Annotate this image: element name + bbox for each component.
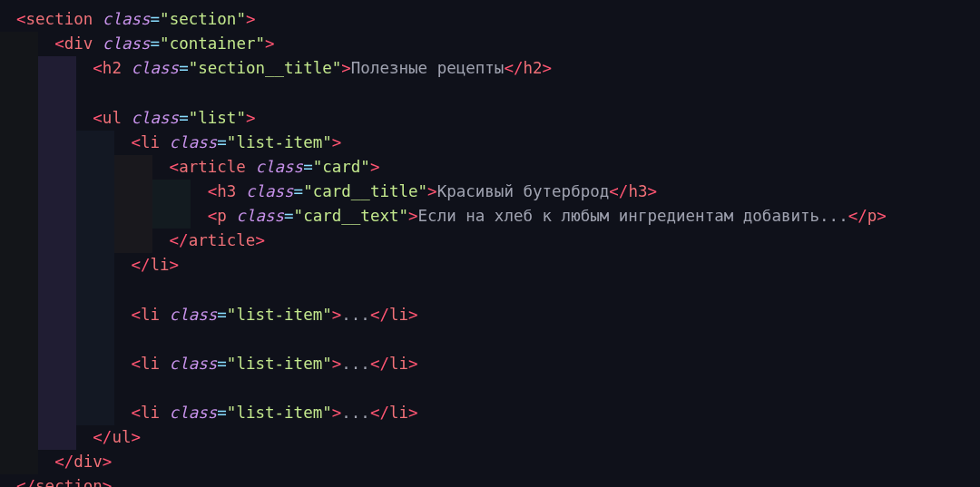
code-line[interactable] <box>0 278 980 302</box>
token-tag: li <box>141 133 160 151</box>
token-brk: </ <box>54 453 74 471</box>
code-line[interactable]: </li> <box>0 253 980 278</box>
token-tag: li <box>389 355 408 373</box>
code-content: <li class="list-item"> <box>0 133 341 151</box>
token-brk: </ <box>609 182 628 200</box>
code-line[interactable]: <h3 class="card__title">Красивый бутербр… <box>0 180 980 204</box>
code-line[interactable]: </ul> <box>0 425 980 450</box>
token-attr: class <box>131 59 179 77</box>
code-content: <h3 class="card__title">Красивый бутербр… <box>0 182 657 200</box>
token-attr: class <box>103 34 151 53</box>
token-brk: < <box>131 404 141 422</box>
token-str: "card__text" <box>294 207 408 225</box>
token-brk: > <box>246 10 256 28</box>
token-brk: < <box>131 355 141 373</box>
token-attr: class <box>170 404 218 422</box>
token-eq: = <box>284 207 294 225</box>
code-content: <li class="list-item">...</li> <box>0 355 418 373</box>
token-brk: > <box>103 477 113 487</box>
token-brk: < <box>131 306 141 324</box>
token-str: "container" <box>160 34 265 53</box>
code-line[interactable]: <ul class="list"> <box>0 106 980 131</box>
token-str: "list-item" <box>227 355 332 373</box>
token-str: "list-item" <box>227 133 332 151</box>
token-brk: < <box>16 10 26 28</box>
token-brk: </ <box>370 404 389 422</box>
code-line[interactable]: </section> <box>0 474 980 487</box>
token-brk: > <box>543 59 553 77</box>
code-content <box>0 330 26 348</box>
code-line[interactable]: <li class="list-item">...</li> <box>0 352 980 376</box>
code-line[interactable]: </article> <box>0 229 980 253</box>
token-brk: < <box>131 133 141 151</box>
code-line[interactable]: <div class="container"> <box>0 32 980 56</box>
token-tag: ul <box>112 428 131 446</box>
token-brk: > <box>332 355 342 373</box>
code-line[interactable]: <section class="section"> <box>0 7 980 32</box>
code-line[interactable] <box>0 327 980 352</box>
code-content: <h2 class="section__title">Полезные реце… <box>0 59 552 77</box>
token-str: "card__title" <box>303 182 427 200</box>
code-content: </div> <box>0 453 112 471</box>
code-line[interactable] <box>0 376 980 401</box>
code-content: <li class="list-item">...</li> <box>0 404 418 422</box>
token-brk: > <box>370 158 380 176</box>
token-brk: < <box>93 109 103 127</box>
code-line[interactable]: <p class="card__text">Если на хлеб к люб… <box>0 204 980 229</box>
token-eq: = <box>217 133 227 151</box>
code-line[interactable]: </div> <box>0 450 980 474</box>
token-brk: > <box>877 207 887 225</box>
token-str: "list-item" <box>227 306 332 324</box>
code-content: <div class="container"> <box>0 34 275 53</box>
code-content: </ul> <box>0 428 141 446</box>
code-line[interactable]: <li class="list-item">...</li> <box>0 401 980 425</box>
code-line[interactable] <box>0 81 980 105</box>
token-eq: = <box>294 182 304 200</box>
code-content <box>0 83 26 102</box>
token-str: "section" <box>160 10 246 28</box>
token-attr: class <box>236 207 284 225</box>
token-tag: li <box>141 306 160 324</box>
token-tag: h2 <box>103 59 122 77</box>
token-brk: > <box>332 133 342 151</box>
token-tag: h3 <box>628 182 647 200</box>
token-txt <box>227 207 237 225</box>
token-brk: </ <box>170 231 189 249</box>
code-line[interactable]: <li class="list-item">...</li> <box>0 303 980 327</box>
token-txt: Полезные рецепты <box>351 59 505 77</box>
token-attr: class <box>170 133 218 151</box>
token-txt <box>122 59 132 77</box>
code-content: </article> <box>0 231 265 249</box>
code-content: <article class="card"> <box>0 158 379 176</box>
token-attr: class <box>131 109 179 127</box>
token-brk: > <box>427 182 437 200</box>
token-brk: < <box>208 182 218 200</box>
code-content <box>0 379 26 397</box>
token-tag: div <box>74 453 103 471</box>
code-content: </section> <box>0 477 112 487</box>
token-tag: section <box>35 477 103 487</box>
token-brk: > <box>408 306 418 324</box>
token-eq: = <box>217 306 227 324</box>
code-content: <li class="list-item">...</li> <box>0 306 418 324</box>
code-line[interactable]: <li class="list-item"> <box>0 131 980 155</box>
token-tag: li <box>151 256 170 274</box>
token-brk: < <box>170 158 180 176</box>
code-line[interactable]: <article class="card"> <box>0 155 980 180</box>
token-brk: </ <box>131 256 150 274</box>
code-line[interactable]: <h2 class="section__title">Полезные реце… <box>0 56 980 81</box>
token-str: "card" <box>313 158 370 176</box>
token-tag: div <box>64 34 93 53</box>
token-attr: class <box>170 355 218 373</box>
token-brk: > <box>255 231 265 249</box>
code-editor[interactable]: <section class="section"> <div class="co… <box>0 7 980 487</box>
token-brk: </ <box>16 477 35 487</box>
token-brk: < <box>93 59 103 77</box>
token-txt <box>93 34 103 53</box>
token-tag: article <box>189 231 256 249</box>
token-txt <box>122 109 132 127</box>
token-attr: class <box>103 10 151 28</box>
token-eq: = <box>303 158 313 176</box>
token-tag: p <box>217 207 227 225</box>
token-brk: > <box>170 256 180 274</box>
